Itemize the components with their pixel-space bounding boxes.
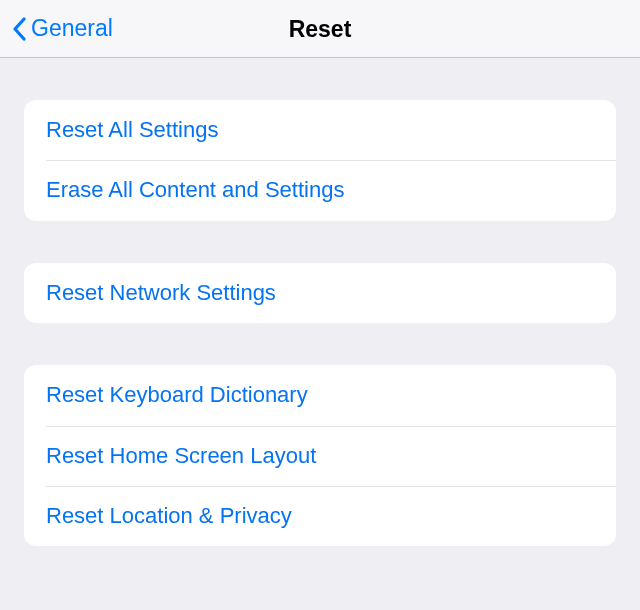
page-title: Reset xyxy=(289,15,352,42)
row-label: Reset Keyboard Dictionary xyxy=(46,382,308,407)
back-label: General xyxy=(31,15,113,42)
row-label: Reset Network Settings xyxy=(46,280,276,305)
reset-home-screen-layout[interactable]: Reset Home Screen Layout xyxy=(24,426,616,486)
settings-group-1: Reset All Settings Erase All Content and… xyxy=(24,100,616,221)
reset-keyboard-dictionary[interactable]: Reset Keyboard Dictionary xyxy=(24,365,616,425)
row-label: Reset All Settings xyxy=(46,117,218,142)
settings-group-2: Reset Network Settings xyxy=(24,263,616,323)
reset-location-and-privacy[interactable]: Reset Location & Privacy xyxy=(24,486,616,546)
navbar: General Reset xyxy=(0,0,640,58)
settings-group-3: Reset Keyboard Dictionary Reset Home Scr… xyxy=(24,365,616,546)
content: Reset All Settings Erase All Content and… xyxy=(0,58,640,546)
chevron-left-icon xyxy=(12,17,27,41)
row-label: Reset Location & Privacy xyxy=(46,503,292,528)
reset-all-settings[interactable]: Reset All Settings xyxy=(24,100,616,160)
row-label: Reset Home Screen Layout xyxy=(46,443,316,468)
back-button[interactable]: General xyxy=(0,15,113,42)
row-label: Erase All Content and Settings xyxy=(46,177,344,202)
erase-all-content-and-settings[interactable]: Erase All Content and Settings xyxy=(24,160,616,220)
reset-network-settings[interactable]: Reset Network Settings xyxy=(24,263,616,323)
